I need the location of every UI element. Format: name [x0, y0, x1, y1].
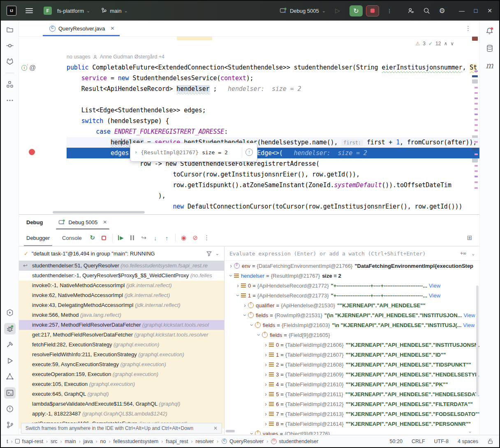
view-breakpoints-icon[interactable]: ◉	[178, 232, 190, 243]
stack-frame[interactable]: invoke:257, MethodFieldResolverDataFetch…	[19, 320, 224, 330]
maximize-button[interactable]: □	[469, 5, 483, 16]
editor-h-scrollbar[interactable]	[53, 211, 145, 214]
variable-row[interactable]: ›fields={RowImpl9@21531}"(\n "KJERNEAPI"…	[225, 310, 479, 320]
view-link[interactable]: View	[463, 312, 475, 318]
variables-h-scrollbar[interactable]	[226, 430, 235, 432]
variable-row[interactable]: ›4={TableFieldImpl@21610}""KJERNEAPI"."A…	[225, 379, 479, 389]
rerun-debug-button[interactable]: ↻	[350, 5, 363, 16]
code-line[interactable]: case ENDRET_FOLKEREGISTRERT_ADRESSE:	[67, 126, 479, 137]
view-link[interactable]: View	[429, 283, 440, 289]
expand-toggle-icon[interactable]: ›	[263, 381, 269, 388]
variable-row[interactable]: ›0={ApiHendelseRecord@21772}"+----------…	[225, 281, 479, 290]
variable-row[interactable]: ›env={DataFetchingEnvironmentImpl@21766}…	[225, 261, 479, 271]
watch-input[interactable]: Evaluate expression (Enter) or add a wat…	[225, 246, 479, 261]
popup-alert-icon[interactable]: !	[245, 149, 253, 156]
stack-frame[interactable]: execute:59, AsyncExecutionStrategy (grap…	[19, 360, 224, 369]
thread-selector[interactable]: ✓ "default task-1"@16,494 in group "main…	[19, 246, 224, 261]
breadcrumb-item[interactable]: main	[65, 439, 76, 444]
expand-toggle-icon[interactable]: ›	[263, 371, 269, 378]
variable-row[interactable]: ›5={TableFieldImpl@21611}""KJERNEAPI"."A…	[225, 389, 479, 399]
stop-debug-icon[interactable]	[98, 232, 110, 243]
stack-frame[interactable]: invoke:566, Method (java.lang.reflect)	[19, 310, 224, 320]
variable-row[interactable]: ›1={TableFieldImpl@21607}""KJERNEAPI"."A…	[225, 350, 479, 360]
toolbar-more-icon[interactable]: ⋮	[201, 232, 213, 243]
code-line[interactable]: toCursor(row.getInstitusjonsnrEier(), ro…	[67, 169, 479, 180]
expand-toggle-icon[interactable]: ›	[263, 401, 269, 407]
rerun-icon[interactable]: ↻	[87, 232, 98, 243]
sidebar-item-build[interactable]	[4, 339, 16, 351]
variable-row[interactable]: ›2={TableFieldImpl@21608}""KJERNEAPI"."A…	[225, 360, 479, 369]
tab-debugger[interactable]: Debugger	[21, 230, 55, 246]
stack-frame[interactable]: invoke0:-1, NativeMethodAccessorImpl (jd…	[19, 281, 224, 290]
sidebar-item-services[interactable]	[4, 307, 16, 318]
sidebar-item-structure[interactable]	[4, 79, 16, 90]
intellij-logo-icon[interactable]: IJ	[7, 6, 16, 16]
expand-toggle-icon[interactable]: ›	[263, 411, 269, 417]
breadcrumb-item[interactable]: t	[7, 439, 8, 444]
status-widget[interactable]: 4 spaces	[458, 439, 478, 444]
inspections-widget[interactable]: ⚠ 3 ✓ 12 ∧ ∨	[413, 40, 456, 47]
breadcrumb-item[interactable]: fellesstudentsystem	[113, 439, 159, 444]
error-stripe[interactable]	[472, 37, 478, 214]
annotation-gutter-icon[interactable]: @	[29, 64, 36, 72]
scroll-down-hint-icon[interactable]: ⌄	[468, 428, 472, 434]
code-line[interactable]: Result<ApiHendelseRecord> hendelser ; he…	[67, 84, 479, 94]
main-menu-button[interactable]	[25, 8, 33, 13]
stop-button[interactable]	[366, 5, 379, 16]
code-line[interactable]: edges = hendelser.map(row -> new Default…	[67, 148, 479, 158]
prev-problem-icon[interactable]: ∧	[444, 41, 447, 46]
add-watch-icon[interactable]: +∞	[460, 251, 466, 256]
variable-row[interactable]: ›values={Object[9]@21776}	[225, 429, 479, 435]
stack-frame[interactable]: get:217, MethodFieldResolverDataFetcher …	[19, 330, 224, 340]
sidebar-item-run[interactable]	[4, 355, 16, 367]
sidebar-item-git[interactable]	[4, 419, 16, 431]
expand-toggle-icon[interactable]: ›	[263, 361, 269, 368]
view-link[interactable]: View	[463, 322, 475, 328]
editor-options-button[interactable]: ⋮	[465, 25, 471, 32]
code-with-me-button[interactable]	[405, 5, 417, 16]
expand-toggle-icon[interactable]: ›	[235, 292, 241, 299]
mute-breakpoints-icon[interactable]: ⊘	[190, 232, 201, 243]
tab-close-icon[interactable]: ✕	[110, 26, 114, 31]
expand-toggle-icon[interactable]: ›	[263, 420, 269, 427]
status-widget[interactable]: 50:20	[390, 439, 403, 444]
stack-frame[interactable]: apply:-1, 818223487 (graphql.GraphQL$$La…	[19, 409, 224, 419]
sidebar-item-more[interactable]	[4, 95, 16, 106]
expand-toggle-icon[interactable]: ›	[228, 262, 234, 269]
expand-toggle-icon[interactable]: ›	[263, 391, 269, 397]
code-line[interactable]: new DefaultConnectionCursor(toCursor(row…	[67, 201, 479, 212]
settings-button[interactable]: ⚙	[436, 5, 448, 16]
stack-frame[interactable]: fetchField:282, ExecutionStrategy (graph…	[19, 340, 224, 350]
stack-frame[interactable]: studenthendelser:-1, QueryResolver$Proxy…	[19, 271, 224, 281]
code-line[interactable]: row -> new StudenthendelseFolkeregistrer…	[67, 158, 479, 169]
expand-toggle-icon[interactable]: ›	[263, 341, 269, 348]
expand-toggle-icon[interactable]: ›	[242, 312, 248, 318]
stack-frame[interactable]: ↩studenthendelser:51, QueryResolver (no.…	[19, 261, 224, 271]
watch-chevron-icon[interactable]: ⌄	[472, 251, 475, 256]
breakpoint-icon[interactable]	[29, 149, 35, 155]
stack-frame[interactable]: invoke:43, DelegatingMethodAccessorImpl …	[19, 300, 224, 310]
layout-settings-icon[interactable]: ⊞	[464, 232, 475, 243]
breadcrumb-item[interactable]: no	[100, 439, 106, 444]
variable-row[interactable]: ›6={TableFieldImpl@21612}""KJERNEAPI"."A…	[225, 399, 479, 409]
pause-icon[interactable]	[127, 232, 138, 243]
sidebar-item-commit[interactable]	[4, 40, 16, 51]
database-button[interactable]	[484, 42, 495, 54]
thread-chevron-icon[interactable]: ⌄	[215, 251, 219, 256]
code-line[interactable]	[67, 94, 479, 105]
code-annotation-line[interactable]: no usagesAnne Gudman Østergård +4	[67, 51, 479, 62]
code-line[interactable]: row.getTidspunkt().atZoneSameInstant(Zon…	[67, 180, 479, 190]
implements-gutter-icon[interactable]: I↑	[21, 65, 27, 71]
breadcrumb-item[interactable]: resolver	[195, 439, 213, 444]
next-problem-icon[interactable]: ∨	[450, 41, 454, 46]
breadcrumb-item[interactable]: studenthendelser	[271, 439, 318, 444]
breadcrumb-item[interactable]: java	[83, 439, 93, 444]
code-line[interactable]: switch (hendelsestype) {	[67, 116, 479, 126]
expand-toggle-icon[interactable]: ›	[249, 322, 255, 328]
code-line[interactable]: public CompletableFuture<ExtendedConnect…	[67, 62, 479, 73]
variable-row[interactable]: ›fields={Field[9]@21605}	[225, 330, 479, 340]
run-config-selector[interactable]: Debug 5005 ⌄	[280, 7, 326, 14]
code-line[interactable]: List<Edge<Studenthendelse>> edges;	[67, 105, 479, 116]
variable-row[interactable]: ›fields={FieldsImpl@21603}"\n "KJERNEAPI…	[225, 320, 479, 330]
expand-toggle-icon[interactable]: ›	[256, 332, 262, 338]
